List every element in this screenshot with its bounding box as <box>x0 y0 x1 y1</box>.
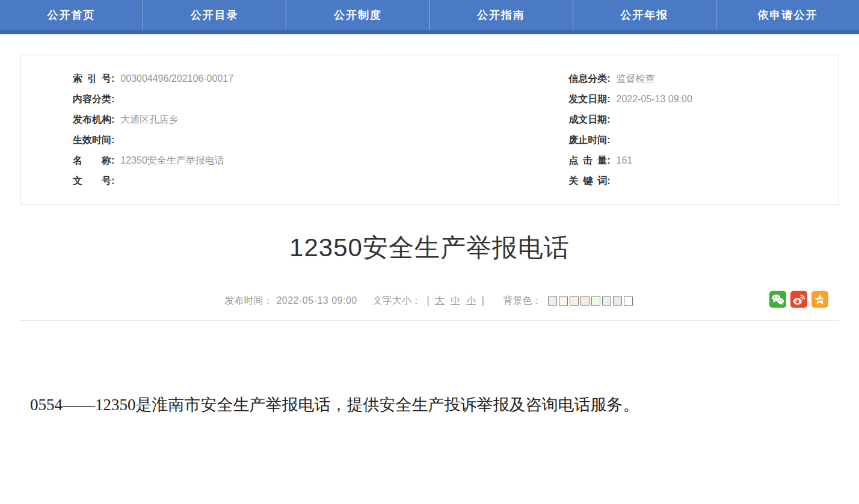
bracket-close: ] <box>481 295 484 306</box>
meta-row-info-category: 信息分类:监督检查 <box>568 69 839 89</box>
bg-color-swatch-4[interactable] <box>580 297 590 306</box>
meta-row-click-count: 点击量:161 <box>568 150 839 171</box>
article-body: 0554——12350是淮南市安全生产举报电话，提供安全生产投诉举报及咨询电话服… <box>20 392 839 417</box>
publish-time-label: 发布时间： <box>224 295 272 307</box>
nav-tab-annual-report[interactable]: 公开年报 <box>573 0 716 30</box>
bg-color-swatch-7[interactable] <box>613 297 622 306</box>
article-title: 12350安全生产举报电话 <box>20 231 839 265</box>
meta-row-keywords: 关键词: <box>568 171 839 191</box>
meta-row-abolish-time: 废止时间: <box>568 130 839 150</box>
font-size-small-link[interactable]: 小 <box>466 295 476 307</box>
wechat-share-icon[interactable] <box>769 291 786 308</box>
publish-time-value: 2022-05-13 09:00 <box>276 295 357 306</box>
nav-bottom-strip <box>0 30 859 34</box>
weibo-share-icon[interactable] <box>790 291 807 308</box>
meta-row-effective-time: 生效时间: <box>73 130 568 150</box>
meta-value: 监督检查 <box>617 73 655 84</box>
bg-color-swatch-6[interactable] <box>602 297 611 306</box>
bg-color-swatches <box>548 297 635 306</box>
meta-label: 成文日期: <box>568 114 616 124</box>
meta-value: 2022-05-13 09:00 <box>617 94 692 104</box>
meta-value: 161 <box>617 155 633 165</box>
meta-label: 关键词: <box>568 176 616 186</box>
bracket-open: [ <box>427 295 430 306</box>
meta-label: 点击量: <box>568 155 616 165</box>
meta-label: 信息分类: <box>568 73 616 84</box>
meta-row-written-date: 成文日期: <box>568 109 839 130</box>
meta-column-left: 索引号:003004496/202106-00017 内容分类: 发布机构:大通… <box>20 69 568 191</box>
meta-value: 12350安全生产举报电话 <box>120 155 224 165</box>
meta-label: 发布机构: <box>73 114 120 124</box>
meta-row-content-category: 内容分类: <box>73 89 568 109</box>
meta-label: 生效时间: <box>73 135 120 145</box>
document-meta-panel: 索引号:003004496/202106-00017 内容分类: 发布机构:大通… <box>20 55 839 205</box>
meta-row-issuing-agency: 发布机构:大通区孔店乡 <box>73 109 568 130</box>
meta-label: 名称: <box>73 155 120 165</box>
meta-column-right: 信息分类:监督检查 发文日期:2022-05-13 09:00 成文日期: 废止… <box>568 69 839 191</box>
content-divider <box>20 321 839 321</box>
meta-row-document-number: 文号: <box>73 171 568 191</box>
bg-color-swatch-5[interactable] <box>591 297 600 306</box>
top-nav: 公开首页 公开目录 公开制度 公开指南 公开年报 依申请公开 <box>0 0 859 34</box>
bg-color-swatch-1[interactable] <box>548 297 557 306</box>
meta-row-issue-date: 发文日期:2022-05-13 09:00 <box>568 89 839 109</box>
nav-bar: 公开首页 公开目录 公开制度 公开指南 公开年报 依申请公开 <box>0 0 859 30</box>
font-size-medium-link[interactable]: 中 <box>451 295 460 307</box>
nav-tab-guide[interactable]: 公开指南 <box>430 0 573 30</box>
meta-row-document-name: 名称:12350安全生产举报电话 <box>73 150 568 171</box>
meta-value: 003004496/202106-00017 <box>120 73 233 84</box>
meta-label: 发文日期: <box>568 94 616 104</box>
meta-value: 大通区孔店乡 <box>120 114 178 124</box>
nav-tab-system[interactable]: 公开制度 <box>286 0 430 30</box>
meta-label: 文号: <box>73 176 120 186</box>
nav-tab-apply[interactable]: 依申请公开 <box>716 0 859 30</box>
meta-label: 内容分类: <box>73 94 120 104</box>
meta-label: 废止时间: <box>568 135 616 145</box>
bg-color-label: 背景色： <box>503 295 542 307</box>
font-size-label: 文字大小： <box>373 295 421 307</box>
qzone-star-share-icon[interactable] <box>811 291 828 308</box>
bg-color-swatch-3[interactable] <box>570 297 579 306</box>
article-toolbar: 发布时间： 2022-05-13 09:00 文字大小： [ 大 中 小 ] 背… <box>20 291 839 310</box>
bg-color-swatch-8[interactable] <box>624 297 633 306</box>
font-size-large-link[interactable]: 大 <box>435 295 445 307</box>
meta-label: 索引号: <box>73 73 120 84</box>
meta-row-index-number: 索引号:003004496/202106-00017 <box>73 69 568 89</box>
nav-tab-home[interactable]: 公开首页 <box>0 0 143 30</box>
share-buttons <box>765 291 828 308</box>
nav-tab-catalog[interactable]: 公开目录 <box>143 0 286 30</box>
bg-color-swatch-2[interactable] <box>559 297 568 306</box>
